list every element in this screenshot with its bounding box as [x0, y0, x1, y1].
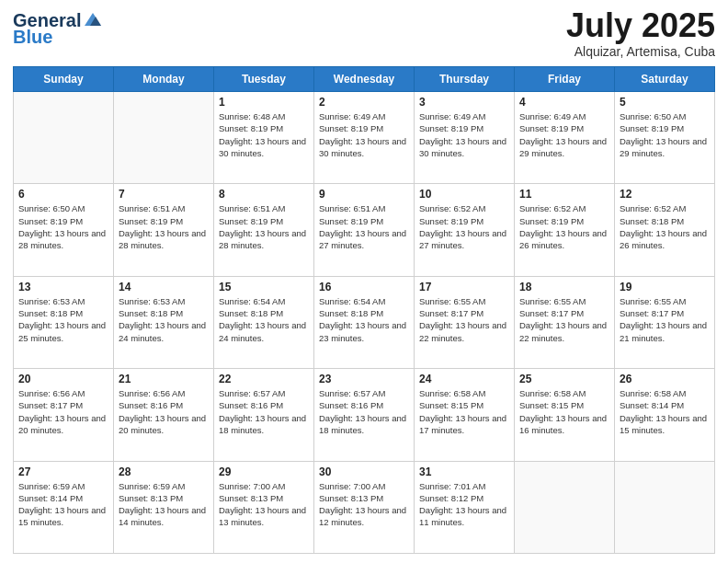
day-info: Sunrise: 6:53 AM Sunset: 8:18 PM Dayligh… — [18, 295, 108, 344]
day-number: 11 — [519, 188, 609, 201]
table-row: 31Sunrise: 7:01 AM Sunset: 8:12 PM Dayli… — [415, 461, 515, 553]
table-row: 4Sunrise: 6:49 AM Sunset: 8:19 PM Daylig… — [515, 92, 615, 184]
table-row: 12Sunrise: 6:52 AM Sunset: 8:18 PM Dayli… — [615, 184, 715, 276]
day-info: Sunrise: 6:54 AM Sunset: 8:18 PM Dayligh… — [319, 295, 409, 344]
day-number: 2 — [319, 96, 409, 109]
table-row — [515, 461, 615, 553]
title-block: July 2025 Alquizar, Artemisa, Cuba — [566, 9, 715, 59]
table-row: 2Sunrise: 6:49 AM Sunset: 8:19 PM Daylig… — [314, 92, 415, 184]
table-row: 5Sunrise: 6:50 AM Sunset: 8:19 PM Daylig… — [615, 92, 715, 184]
day-number: 4 — [519, 96, 609, 109]
day-number: 19 — [620, 281, 710, 293]
title-month: July 2025 — [566, 9, 715, 42]
table-row — [14, 92, 114, 184]
calendar-week-row: 20Sunrise: 6:56 AM Sunset: 8:17 PM Dayli… — [14, 369, 715, 461]
day-info: Sunrise: 6:56 AM Sunset: 8:16 PM Dayligh… — [119, 387, 209, 436]
logo: General Blue — [13, 9, 103, 46]
day-number: 31 — [419, 465, 509, 478]
day-info: Sunrise: 6:50 AM Sunset: 8:19 PM Dayligh… — [620, 110, 710, 159]
calendar-table: Sunday Monday Tuesday Wednesday Thursday… — [13, 66, 715, 554]
day-number: 5 — [620, 96, 710, 109]
table-row — [615, 461, 715, 553]
day-number: 12 — [620, 188, 710, 201]
calendar-week-row: 1Sunrise: 6:48 AM Sunset: 8:19 PM Daylig… — [14, 92, 715, 184]
table-row: 17Sunrise: 6:55 AM Sunset: 8:17 PM Dayli… — [415, 276, 515, 368]
day-number: 14 — [119, 281, 209, 293]
day-number: 1 — [219, 96, 309, 109]
day-info: Sunrise: 6:57 AM Sunset: 8:16 PM Dayligh… — [219, 387, 309, 436]
day-info: Sunrise: 6:49 AM Sunset: 8:19 PM Dayligh… — [319, 110, 409, 159]
col-friday: Friday — [515, 67, 615, 92]
table-row: 28Sunrise: 6:59 AM Sunset: 8:13 PM Dayli… — [114, 461, 214, 553]
day-info: Sunrise: 6:55 AM Sunset: 8:17 PM Dayligh… — [519, 295, 609, 344]
day-number: 9 — [319, 188, 409, 201]
table-row: 19Sunrise: 6:55 AM Sunset: 8:17 PM Dayli… — [615, 276, 715, 368]
table-row: 20Sunrise: 6:56 AM Sunset: 8:17 PM Dayli… — [14, 369, 114, 461]
day-info: Sunrise: 6:51 AM Sunset: 8:19 PM Dayligh… — [219, 202, 309, 251]
title-location: Alquizar, Artemisa, Cuba — [566, 44, 715, 59]
table-row: 27Sunrise: 6:59 AM Sunset: 8:14 PM Dayli… — [14, 461, 114, 553]
day-info: Sunrise: 6:55 AM Sunset: 8:17 PM Dayligh… — [419, 295, 509, 344]
table-row: 6Sunrise: 6:50 AM Sunset: 8:19 PM Daylig… — [14, 184, 114, 276]
table-row: 25Sunrise: 6:58 AM Sunset: 8:15 PM Dayli… — [515, 369, 615, 461]
table-row: 23Sunrise: 6:57 AM Sunset: 8:16 PM Dayli… — [314, 369, 415, 461]
table-row: 14Sunrise: 6:53 AM Sunset: 8:18 PM Dayli… — [114, 276, 214, 368]
day-info: Sunrise: 7:00 AM Sunset: 8:13 PM Dayligh… — [219, 480, 309, 529]
day-info: Sunrise: 6:51 AM Sunset: 8:19 PM Dayligh… — [319, 202, 409, 251]
table-row: 18Sunrise: 6:55 AM Sunset: 8:17 PM Dayli… — [515, 276, 615, 368]
day-number: 3 — [419, 96, 509, 109]
day-number: 21 — [119, 373, 209, 385]
day-info: Sunrise: 7:00 AM Sunset: 8:13 PM Dayligh… — [319, 480, 409, 529]
day-number: 20 — [18, 373, 108, 385]
day-number: 23 — [319, 373, 409, 385]
col-thursday: Thursday — [415, 67, 515, 92]
calendar-week-row: 13Sunrise: 6:53 AM Sunset: 8:18 PM Dayli… — [14, 276, 715, 368]
day-number: 8 — [219, 188, 309, 201]
day-info: Sunrise: 6:52 AM Sunset: 8:18 PM Dayligh… — [620, 202, 710, 251]
day-info: Sunrise: 6:49 AM Sunset: 8:19 PM Dayligh… — [419, 110, 509, 159]
day-info: Sunrise: 6:52 AM Sunset: 8:19 PM Dayligh… — [419, 202, 509, 251]
day-info: Sunrise: 6:54 AM Sunset: 8:18 PM Dayligh… — [219, 295, 309, 344]
table-row: 13Sunrise: 6:53 AM Sunset: 8:18 PM Dayli… — [14, 276, 114, 368]
logo-icon — [83, 9, 103, 29]
table-row: 24Sunrise: 6:58 AM Sunset: 8:15 PM Dayli… — [415, 369, 515, 461]
col-saturday: Saturday — [615, 67, 715, 92]
day-info: Sunrise: 6:58 AM Sunset: 8:15 PM Dayligh… — [419, 387, 509, 436]
table-row: 1Sunrise: 6:48 AM Sunset: 8:19 PM Daylig… — [214, 92, 314, 184]
day-number: 25 — [519, 373, 609, 385]
calendar-week-row: 27Sunrise: 6:59 AM Sunset: 8:14 PM Dayli… — [14, 461, 715, 553]
table-row: 16Sunrise: 6:54 AM Sunset: 8:18 PM Dayli… — [314, 276, 415, 368]
table-row: 29Sunrise: 7:00 AM Sunset: 8:13 PM Dayli… — [214, 461, 314, 553]
days-header-row: Sunday Monday Tuesday Wednesday Thursday… — [14, 67, 715, 92]
day-number: 17 — [419, 281, 509, 293]
day-number: 16 — [319, 281, 409, 293]
day-number: 26 — [620, 373, 710, 385]
table-row: 30Sunrise: 7:00 AM Sunset: 8:13 PM Dayli… — [314, 461, 415, 553]
table-row: 8Sunrise: 6:51 AM Sunset: 8:19 PM Daylig… — [214, 184, 314, 276]
day-number: 15 — [219, 281, 309, 293]
table-row: 11Sunrise: 6:52 AM Sunset: 8:19 PM Dayli… — [515, 184, 615, 276]
day-info: Sunrise: 6:59 AM Sunset: 8:13 PM Dayligh… — [119, 480, 209, 529]
day-number: 28 — [119, 465, 209, 478]
table-row: 10Sunrise: 6:52 AM Sunset: 8:19 PM Dayli… — [415, 184, 515, 276]
col-tuesday: Tuesday — [214, 67, 314, 92]
day-info: Sunrise: 6:50 AM Sunset: 8:19 PM Dayligh… — [18, 202, 108, 251]
day-info: Sunrise: 6:53 AM Sunset: 8:18 PM Dayligh… — [119, 295, 209, 344]
table-row: 7Sunrise: 6:51 AM Sunset: 8:19 PM Daylig… — [114, 184, 214, 276]
day-info: Sunrise: 6:49 AM Sunset: 8:19 PM Dayligh… — [519, 110, 609, 159]
day-info: Sunrise: 6:48 AM Sunset: 8:19 PM Dayligh… — [219, 110, 309, 159]
day-number: 27 — [18, 465, 108, 478]
day-number: 10 — [419, 188, 509, 201]
table-row: 15Sunrise: 6:54 AM Sunset: 8:18 PM Dayli… — [214, 276, 314, 368]
table-row: 21Sunrise: 6:56 AM Sunset: 8:16 PM Dayli… — [114, 369, 214, 461]
day-info: Sunrise: 7:01 AM Sunset: 8:12 PM Dayligh… — [419, 480, 509, 529]
day-info: Sunrise: 6:52 AM Sunset: 8:19 PM Dayligh… — [519, 202, 609, 251]
day-number: 24 — [419, 373, 509, 385]
day-number: 29 — [219, 465, 309, 478]
day-info: Sunrise: 6:51 AM Sunset: 8:19 PM Dayligh… — [119, 202, 209, 251]
day-info: Sunrise: 6:58 AM Sunset: 8:15 PM Dayligh… — [519, 387, 609, 436]
col-monday: Monday — [114, 67, 214, 92]
table-row: 26Sunrise: 6:58 AM Sunset: 8:14 PM Dayli… — [615, 369, 715, 461]
day-info: Sunrise: 6:55 AM Sunset: 8:17 PM Dayligh… — [620, 295, 710, 344]
day-info: Sunrise: 6:59 AM Sunset: 8:14 PM Dayligh… — [18, 480, 108, 529]
